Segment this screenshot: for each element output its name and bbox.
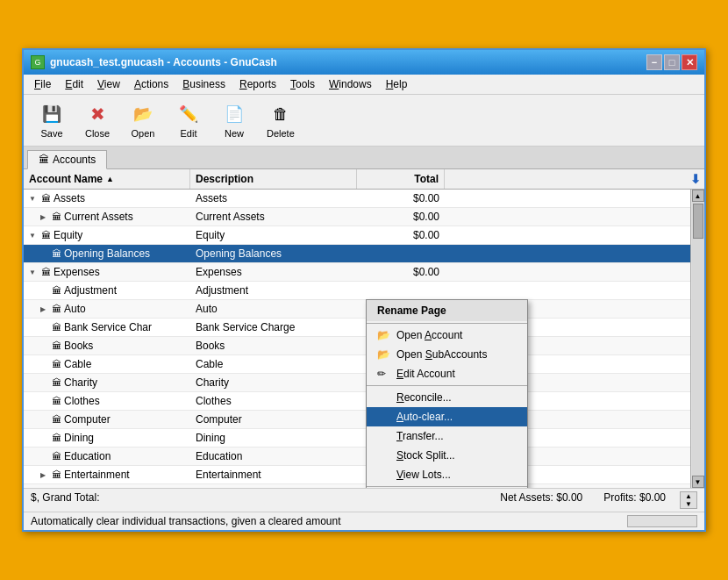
account-label: Education [64,450,111,462]
account-name-cell: 🏛 Adjustment [24,282,190,299]
account-icon: 🏛 [39,266,52,278]
menu-file[interactable]: File [27,76,58,92]
menu-reports[interactable]: Reports [232,76,283,92]
account-icon: 🏛 [50,284,62,297]
menu-tools[interactable]: Tools [283,76,322,92]
table-row[interactable]: 🏛 Clothes Clothes [24,392,690,411]
tree-toggle[interactable] [38,248,48,259]
menu-edit[interactable]: Edit [58,76,90,92]
menu-help[interactable]: Help [379,76,415,92]
tree-toggle[interactable] [38,340,48,351]
ctx-reconcile[interactable]: Reconcile... [367,388,527,407]
account-label: Entertainment [64,469,130,481]
maximize-button[interactable]: □ [664,54,680,70]
account-name-cell: 🏛 Clothes [24,392,190,410]
window-title: gnucash_test.gnucash - Accounts - GnuCas… [50,56,277,68]
table-row[interactable]: ▶ 🏛 Current Assets Current Assets $0.00 [24,208,690,226]
table-row[interactable]: 🏛 Books Books [24,337,690,355]
table-row[interactable]: ▶ 🏛 Auto Auto [24,300,690,319]
new-button[interactable]: 📄 New [213,98,255,142]
tree-toggle[interactable]: ▼ [27,193,38,204]
table-row[interactable]: 🏛 Opening Balances Opening Balances [24,245,690,263]
col-extra [445,169,687,189]
menu-actions[interactable]: Actions [127,76,175,92]
scroll-track[interactable] [692,202,704,476]
tree-toggle[interactable]: ▼ [27,230,38,240]
ctx-open-account-label: Open Account [396,329,462,341]
ctx-autoclear[interactable]: Auto-clear... [367,407,527,426]
table-row[interactable]: 🏛 Gifts Gifts $0.00 [24,484,690,488]
col-account-name-label: Account Name [29,173,103,185]
scroll-thumb[interactable] [693,204,703,239]
download-icon[interactable]: ⬇ [687,169,704,189]
tree-toggle[interactable]: ▶ [38,211,48,222]
col-account-name[interactable]: Account Name ▲ [24,169,190,189]
menu-view[interactable]: View [90,76,127,92]
table-row[interactable]: 🏛 Adjustment Adjustment [24,282,690,300]
menu-business[interactable]: Business [175,76,232,92]
grand-total-label: $, Grand Total: [31,491,486,509]
tree-toggle[interactable]: ▶ [38,469,48,480]
close-window-button[interactable]: ✕ [682,54,697,70]
account-name-cell: ▼ 🏛 Assets [24,190,190,207]
save-icon: 💾 [39,102,64,126]
account-label: Equity [54,229,82,241]
save-button[interactable]: 💾 Save [31,98,73,142]
tree-toggle[interactable] [38,451,48,462]
open-button[interactable]: 📂 Open [122,98,164,142]
account-extra [445,251,690,256]
ctx-open-subaccounts[interactable]: 📂 Open SubAccounts [367,345,527,364]
account-icon: 🏛 [50,450,62,462]
sort-arrow-icon: ▲ [106,175,114,183]
tree-toggle[interactable]: ▶ [38,304,48,314]
tree-toggle[interactable] [38,359,48,369]
account-label: Dining [64,432,94,444]
table-row[interactable]: ▶ 🏛 Entertainment Entertainment $0.00 [24,466,690,484]
tree-toggle[interactable] [38,377,48,388]
accounts-panel: Account Name ▲ Description Total ⬇ ▼ 🏛 [24,169,704,488]
table-row[interactable]: ▼ 🏛 Equity Equity $0.00 [24,226,690,245]
menu-windows[interactable]: Windows [322,76,379,92]
scroll-up-button[interactable]: ▲ [692,190,704,202]
tree-toggle[interactable] [38,285,48,296]
minimize-button[interactable]: − [646,54,662,70]
account-description: Cable [190,355,357,373]
ctx-edit-account[interactable]: ✏ Edit Account [367,364,527,383]
account-label: Books [64,340,93,352]
table-row[interactable]: 🏛 Computer Computer [24,411,690,429]
status-scroll-down[interactable]: ▼ [685,500,692,508]
tree-toggle[interactable] [38,433,48,443]
new-icon: 📄 [222,102,246,126]
tree-toggle[interactable] [38,396,48,406]
ctx-transfer[interactable]: Transfer... [367,426,527,446]
status-scroll-up[interactable]: ▲ [685,492,692,500]
close-button[interactable]: ✖ Close [76,98,118,142]
open-icon: 📂 [131,102,155,126]
account-label: Expenses [54,266,100,278]
ctx-edit-account-icon: ✏ [377,368,391,380]
table-row[interactable]: 🏛 Cable Cable [24,355,690,374]
ctx-stock-split[interactable]: Stock Split... [367,446,527,465]
scroll-down-button[interactable]: ▼ [692,476,704,488]
table-row[interactable]: 🏛 Education Education [24,448,690,466]
ctx-open-account[interactable]: 📂 Open Account [367,326,527,345]
col-total[interactable]: Total [357,169,445,189]
edit-button[interactable]: ✏️ Edit [168,98,210,142]
tab-accounts[interactable]: 🏛 Accounts [27,150,107,169]
tree-toggle[interactable] [38,322,48,333]
table-row[interactable]: ▼ 🏛 Assets Assets $0.00 [24,190,690,208]
status-scroll[interactable]: ▲ ▼ [680,491,697,509]
table-row[interactable]: 🏛 Dining Dining [24,429,690,448]
delete-button[interactable]: 🗑 Delete [259,98,303,142]
scrollbar[interactable]: ▲ ▼ [690,190,704,488]
open-label: Open [132,128,155,139]
tree-toggle[interactable] [38,414,48,425]
menubar: File Edit View Actions Business Reports … [24,75,704,95]
table-row[interactable]: 🏛 Charity Charity [24,374,690,392]
ctx-view-lots[interactable]: View Lots... [367,465,527,484]
col-description[interactable]: Description [190,169,357,189]
table-row[interactable]: 🏛 Bank Service Char Bank Service Charge [24,319,690,337]
tree-toggle[interactable]: ▼ [27,267,38,277]
table-row[interactable]: ▼ 🏛 Expenses Expenses $0.00 [24,263,690,282]
table-header: Account Name ▲ Description Total ⬇ [24,169,704,190]
